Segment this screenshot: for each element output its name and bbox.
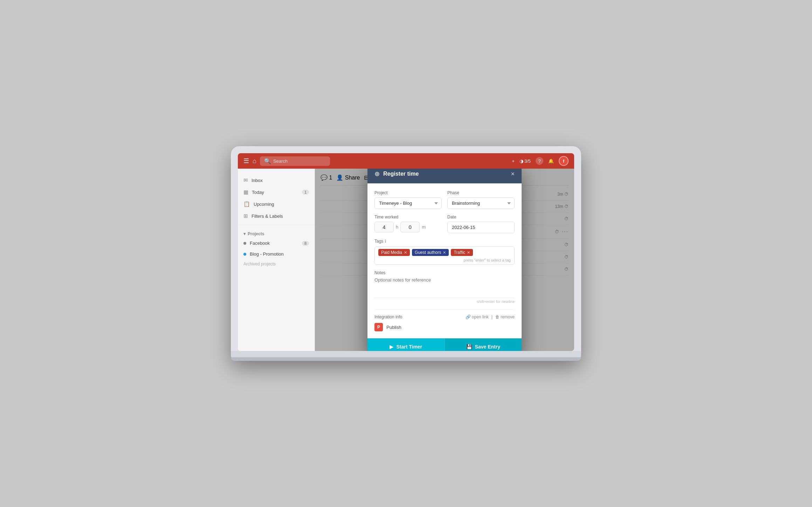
- play-icon: ▶: [390, 344, 393, 350]
- search-box: 🔍: [260, 156, 330, 166]
- phase-label: Phase: [447, 190, 515, 195]
- trash-icon: 🗑: [495, 315, 500, 319]
- tags-section: Tags ℹ Paid Media ✕ Guest autho: [374, 239, 515, 265]
- filter-icon: ⊞: [243, 213, 248, 219]
- tag-remove-guest-authors[interactable]: ✕: [443, 250, 446, 255]
- link-icon: 🔗: [466, 315, 471, 319]
- notes-hint: shift+enter for newline: [374, 299, 515, 304]
- upcoming-icon: 📋: [243, 201, 250, 207]
- open-link-button[interactable]: 🔗 open link: [466, 315, 489, 319]
- tag-paid-media: Paid Media ✕: [378, 249, 410, 256]
- notification-icon[interactable]: 🔔: [548, 158, 554, 164]
- phase-field: Phase Brainstorming: [447, 190, 515, 209]
- sidebar-divider: [238, 225, 315, 225]
- tag-label: Traffic: [454, 250, 465, 255]
- integration-section: Integration info 🔗 open link |: [374, 309, 515, 331]
- projects-section: ▾ Projects: [238, 228, 315, 238]
- project-phase-row: Project Timeneye - Blog Phase Brainstorm…: [374, 190, 515, 209]
- date-input[interactable]: [447, 222, 515, 233]
- hours-input[interactable]: [374, 222, 394, 232]
- plus-circle-icon: ⊕: [374, 170, 380, 178]
- time-inputs: h m: [374, 222, 442, 232]
- tag-traffic: Traffic ✕: [451, 249, 473, 256]
- tags-help-icon[interactable]: ℹ: [385, 239, 386, 244]
- notes-section: Notes shift+enter for newline: [374, 270, 515, 304]
- phase-select[interactable]: Brainstorming: [447, 197, 515, 209]
- sidebar-item-label: Facebook: [250, 241, 270, 246]
- collapse-icon[interactable]: ▾: [243, 231, 246, 236]
- remove-integration-button[interactable]: 🗑 remove: [495, 315, 515, 319]
- sidebar-item-blog-promotion[interactable]: Blog - Promotion: [238, 249, 315, 259]
- save-icon: 💾: [466, 344, 472, 350]
- integration-item: P Publish: [374, 323, 515, 331]
- laptop-bottom: [231, 357, 581, 361]
- sidebar-item-today[interactable]: ▦ Today 1: [238, 186, 315, 198]
- topbar-left: ☰ ⌂ 🔍: [243, 156, 330, 166]
- tag-hint: press "enter" to select a tag: [464, 258, 511, 262]
- archived-projects-link[interactable]: Archived projects: [238, 259, 315, 269]
- sidebar-item-label: Inbox: [252, 178, 263, 183]
- sidebar-item-label: Today: [252, 190, 264, 195]
- minutes-input[interactable]: [400, 222, 420, 232]
- sidebar-item-filters[interactable]: ⊞ Filters & Labels: [238, 210, 315, 222]
- search-icon: 🔍: [264, 158, 271, 164]
- topbar-right: + ◑ 3/5 ? 🔔 f: [512, 156, 569, 166]
- search-input[interactable]: [273, 158, 326, 164]
- time-worked-field: Time worked h m: [374, 215, 442, 233]
- project-dot-blog: [243, 253, 246, 256]
- topbar: ☰ ⌂ 🔍 + ◑ 3/5 ? 🔔 f: [238, 153, 574, 169]
- integration-label: Integration info: [374, 315, 402, 319]
- modal-header: ⊕ Register time ×: [367, 169, 522, 183]
- project-select[interactable]: Timeneye - Blog: [374, 197, 442, 209]
- avatar[interactable]: f: [559, 156, 569, 166]
- modal-close-button[interactable]: ×: [511, 170, 515, 178]
- hamburger-icon[interactable]: ☰: [243, 157, 249, 165]
- date-field: Date: [447, 215, 515, 233]
- modal-overlay: ⊕ Register time × Project Ti: [315, 169, 574, 351]
- minutes-unit: m: [422, 224, 426, 230]
- modal-body: Project Timeneye - Blog Phase Brainstorm…: [367, 183, 522, 338]
- notes-divider: [374, 298, 515, 298]
- facebook-count-badge: 8: [302, 241, 309, 246]
- add-button[interactable]: +: [512, 158, 515, 164]
- project-label: Project: [374, 190, 442, 195]
- integration-name: Publish: [386, 325, 401, 330]
- start-timer-button[interactable]: ▶ Start Timer: [367, 338, 445, 351]
- integration-header: Integration info 🔗 open link |: [374, 315, 515, 319]
- tag-remove-paid-media[interactable]: ✕: [404, 250, 407, 255]
- project-field: Project Timeneye - Blog: [374, 190, 442, 209]
- tag-label: Guest authors: [415, 250, 441, 255]
- notes-label: Notes: [374, 270, 515, 275]
- sidebar-item-inbox[interactable]: ✉ Inbox: [238, 174, 315, 186]
- home-icon[interactable]: ⌂: [253, 157, 256, 165]
- inbox-icon: ✉: [243, 177, 248, 183]
- sidebar: ✉ Inbox ▦ Today 1 📋 Upcoming ⊞ Filters &…: [238, 169, 315, 351]
- notes-textarea[interactable]: [374, 277, 515, 295]
- tag-guest-authors: Guest authors ✕: [412, 249, 449, 256]
- sidebar-item-label: Blog - Promotion: [250, 251, 284, 257]
- today-count-badge: 1: [302, 190, 309, 195]
- tags-label: Tags ℹ: [374, 239, 515, 244]
- time-worked-label: Time worked: [374, 215, 442, 219]
- integration-actions: 🔗 open link | 🗑 remove: [466, 315, 515, 319]
- register-time-modal: ⊕ Register time × Project Ti: [367, 169, 522, 351]
- sidebar-item-label: Upcoming: [254, 202, 274, 207]
- date-label: Date: [447, 215, 515, 219]
- help-icon[interactable]: ?: [536, 157, 543, 165]
- theme-toggle[interactable]: ◑ 3/5: [519, 158, 531, 164]
- hours-unit: h: [396, 224, 398, 230]
- tags-container[interactable]: Paid Media ✕ Guest authors ✕ Traffic: [374, 246, 515, 265]
- tag-remove-traffic[interactable]: ✕: [467, 250, 470, 255]
- today-icon: ▦: [243, 189, 248, 195]
- tag-label: Paid Media: [381, 250, 402, 255]
- content-area: 💬 1 👤 Share ⊟ View ··· 3m ⏱ 13m ⏱ ⏱ ⏱ ··…: [315, 169, 574, 351]
- integration-logo: P: [374, 323, 383, 331]
- save-entry-button[interactable]: 💾 Save Entry: [445, 338, 522, 351]
- sidebar-item-label: Filters & Labels: [252, 214, 283, 219]
- sidebar-item-facebook[interactable]: Facebook 8: [238, 238, 315, 249]
- modal-title: Register time: [383, 171, 419, 177]
- sidebar-item-upcoming[interactable]: 📋 Upcoming: [238, 198, 315, 210]
- time-date-row: Time worked h m Date: [374, 215, 515, 233]
- modal-footer: ▶ Start Timer 💾 Save Entry: [367, 338, 522, 351]
- project-dot-facebook: [243, 242, 246, 245]
